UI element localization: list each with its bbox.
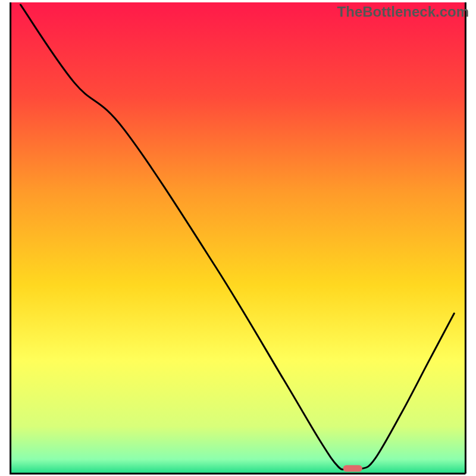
watermark-label: TheBottleneck.com <box>337 4 469 20</box>
bottleneck-chart: TheBottleneck.com <box>0 0 476 476</box>
gradient-background <box>11 2 466 474</box>
optimal-marker <box>343 465 362 472</box>
chart-canvas <box>0 0 476 476</box>
